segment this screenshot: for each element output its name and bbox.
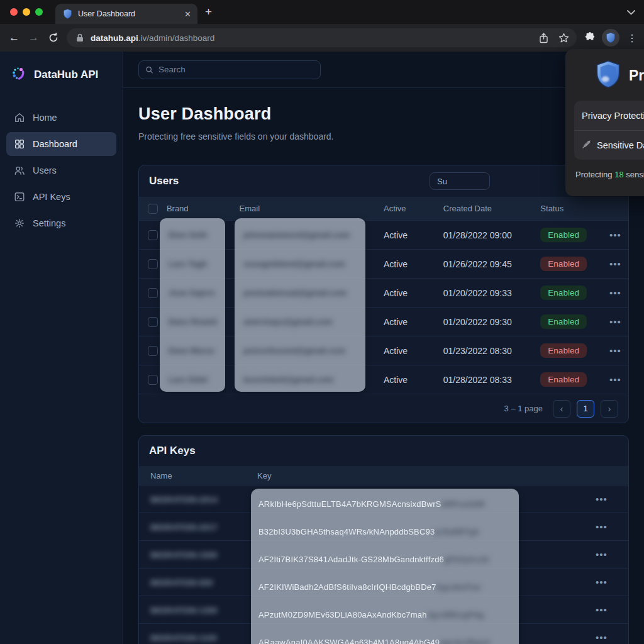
new-tab-button[interactable]: + <box>205 6 212 18</box>
page-title: User Dashboard <box>138 104 629 124</box>
pagination-label: 3 – 1 page <box>504 404 543 413</box>
minimize-window-button[interactable] <box>23 8 30 16</box>
popup-footer: Protecting 18 sensitive fields on this p… <box>565 160 644 179</box>
home-icon <box>14 112 25 123</box>
lock-icon <box>74 32 86 43</box>
select-all-checkbox[interactable] <box>148 204 158 214</box>
protected-count: 18 <box>614 170 623 179</box>
browser-menu-icon[interactable]: ⋮ <box>627 32 638 44</box>
back-button[interactable]: ← <box>9 31 19 44</box>
sidebar-item-label: API Keys <box>33 192 70 202</box>
row-menu-icon[interactable]: ••• <box>609 230 628 240</box>
col-email: Email <box>240 204 384 213</box>
active-cell: Active <box>384 288 443 298</box>
created-cell: 01/20/2022 09:33 <box>443 288 541 298</box>
search-input[interactable] <box>158 65 314 74</box>
api-keys-panel-title: API Keys <box>149 445 196 457</box>
row-checkbox[interactable] <box>148 288 158 298</box>
brand: DataHub API <box>0 52 123 84</box>
refresh-button[interactable] <box>48 32 59 43</box>
browser-tab-strip: User Dashboard ✕ + <box>0 0 644 24</box>
row-menu-icon[interactable]: ••• <box>596 521 628 532</box>
toggle-label: Sensitive Data Blur <box>597 140 644 150</box>
users-table-header: Brand Email Active Created Date Status <box>139 197 628 220</box>
row-menu-icon[interactable]: ••• <box>596 604 628 615</box>
sidebar-item-api-keys[interactable]: API Keys <box>6 185 116 209</box>
url-path: .iv/admin/dashboard <box>138 33 215 43</box>
created-cell: 01/28/2022 08:33 <box>443 375 541 385</box>
sidebar-item-home[interactable]: Home <box>6 106 116 130</box>
col-active: Active <box>384 204 443 213</box>
row-menu-icon[interactable]: ••• <box>609 316 628 327</box>
extensions-puzzle-icon[interactable] <box>584 32 596 43</box>
blur-off-icon <box>582 140 591 152</box>
col-status: Status <box>540 204 609 213</box>
datahub-logo-icon <box>11 65 28 84</box>
sidebar-item-users[interactable]: Users <box>6 158 116 182</box>
users-sort-button[interactable]: Su <box>430 172 490 190</box>
active-cell: Active <box>384 346 443 356</box>
url-domain: datahub.api <box>91 33 138 43</box>
search-box[interactable] <box>138 60 321 79</box>
row-menu-icon[interactable]: ••• <box>609 345 628 356</box>
sidebar-item-dashboard[interactable]: Dashboard <box>6 132 116 156</box>
status-badge: Enabled <box>540 343 587 358</box>
sidebar-item-settings[interactable]: Settings <box>6 211 116 235</box>
row-menu-icon[interactable]: ••• <box>609 374 628 385</box>
window-controls[interactable] <box>10 8 43 16</box>
browser-tab[interactable]: User Dashboard ✕ <box>55 4 197 24</box>
created-cell: 01/23/2022 08:30 <box>443 346 541 356</box>
users-panel-title: Users <box>149 175 179 187</box>
current-page-button[interactable]: 1 <box>577 400 594 418</box>
brand-name: DataHub API <box>34 69 98 81</box>
zoom-window-button[interactable] <box>35 8 43 16</box>
sensitive-data-blur-row: Sensitive Data Blur <box>574 130 644 160</box>
users-panel: Users Su Brand Email Active Created Date… <box>138 165 629 423</box>
prev-page-button[interactable]: ‹ <box>553 400 570 418</box>
row-menu-icon[interactable]: ••• <box>609 287 628 298</box>
forward-button[interactable]: → <box>28 31 39 44</box>
row-checkbox[interactable] <box>148 375 158 385</box>
share-icon[interactable] <box>538 32 549 43</box>
sidebar-nav: Home Dashboard Users API Keys Settings <box>0 106 123 235</box>
bookmark-star-icon[interactable] <box>558 32 569 43</box>
row-menu-icon[interactable]: ••• <box>596 632 628 643</box>
browser-toolbar: ← → datahub.api.iv/admin/dashboard <box>0 24 644 52</box>
privacy-protection-row: Privacy Protection ON <box>574 101 644 130</box>
tab-favicon-shield-icon <box>62 8 73 19</box>
row-checkbox[interactable] <box>148 259 158 269</box>
toggle-label: Privacy Protection <box>582 111 644 121</box>
tab-close-icon[interactable]: ✕ <box>184 9 191 19</box>
status-badge: Enabled <box>540 257 587 271</box>
close-window-button[interactable] <box>10 8 18 16</box>
screenshot-root: User Dashboard ✕ + ← → datahub.api.iv/ad… <box>0 0 644 644</box>
privacy-blur-overlay-keys: ARkIbHe6pSdttuELTB4A7bKRGMSAcnsixdBwrSdR… <box>251 489 519 644</box>
tab-title: User Dashboard <box>78 9 179 18</box>
search-icon <box>145 65 153 74</box>
row-menu-icon[interactable]: ••• <box>609 258 628 269</box>
row-checkbox[interactable] <box>148 346 158 356</box>
row-checkbox[interactable] <box>148 230 158 240</box>
privacy-blur-extension-button[interactable] <box>602 29 619 47</box>
next-page-button[interactable]: › <box>601 400 618 418</box>
status-badge: Enabled <box>540 372 587 387</box>
gear-icon <box>14 218 25 229</box>
popup-settings-card: Privacy Protection ON Sensitive Data Blu… <box>574 101 644 160</box>
url-bar[interactable]: datahub.api.iv/admin/dashboard <box>67 28 577 47</box>
row-menu-icon[interactable]: ••• <box>596 577 628 587</box>
status-badge: Enabled <box>540 314 587 329</box>
row-menu-icon[interactable]: ••• <box>596 549 628 560</box>
active-cell: Active <box>384 230 443 240</box>
sidebar-item-label: Dashboard <box>33 139 77 149</box>
tab-strip-chevron-down-icon[interactable] <box>627 7 635 17</box>
privacy-blur-overlay-email: johnmalstword@gmail.com sousgmblend@gmai… <box>235 218 365 392</box>
col-brand: Brand <box>167 204 240 213</box>
row-menu-icon[interactable]: ••• <box>596 494 628 504</box>
active-cell: Active <box>384 259 443 269</box>
sidebar-item-label: Users <box>33 165 57 175</box>
row-checkbox[interactable] <box>148 317 158 327</box>
api-keys-panel: API Keys Name Key MIGRATION-2014 ••• MIG… <box>138 435 629 644</box>
api-keys-table-header: Name Key <box>139 466 628 485</box>
sidebar: DataHub API Home Dashboard Users API Ke <box>0 52 123 644</box>
col-name: Name <box>139 471 246 480</box>
